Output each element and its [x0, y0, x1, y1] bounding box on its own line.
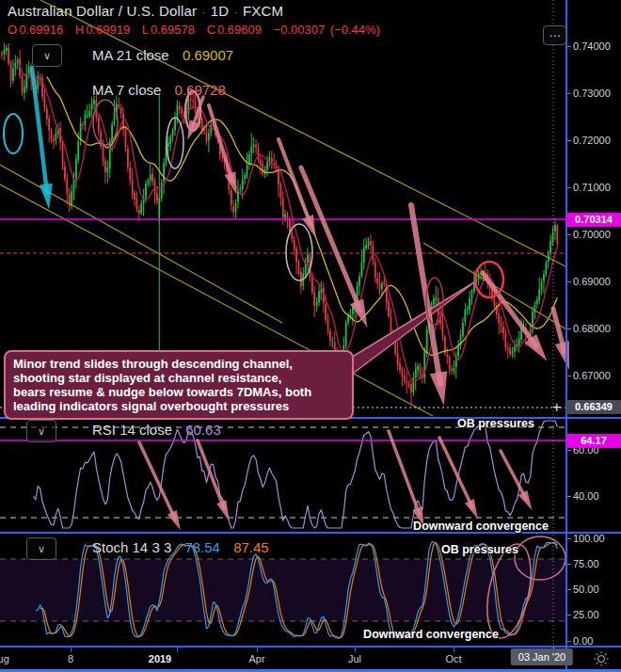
price-axis-label: 0.71000: [573, 181, 611, 194]
chevron-glyph: ∨: [43, 50, 51, 62]
change-value: −0.00307: [274, 23, 326, 37]
panel-divider[interactable]: [0, 646, 621, 648]
low-label: L: [142, 23, 149, 37]
ellipsis-icon: ⋯: [549, 29, 561, 42]
rsi-axis-label: 40.00: [573, 489, 599, 503]
price-axis-label: 0.73000: [573, 87, 611, 100]
stoch-axis-label: 25.00: [573, 608, 599, 621]
annotation-arrow[interactable]: [167, 510, 181, 530]
stoch-axis-label: 0.00: [573, 634, 593, 648]
stoch-k-value: 78.54: [184, 539, 220, 555]
title-separator: ·: [201, 5, 206, 19]
ma21-label: MA 21 close: [92, 47, 169, 63]
annotation-arrow[interactable]: [198, 440, 224, 508]
resistance-price-label: 0.70314: [566, 213, 621, 227]
stoch-axis-label: 100.00: [573, 532, 605, 545]
more-options-button[interactable]: ⋯: [543, 25, 566, 45]
exchange-label: FXCM: [243, 3, 283, 19]
annotation-arrow[interactable]: [518, 490, 533, 510]
price-scale-divider[interactable]: [565, 0, 567, 669]
stoch-label: Stoch 14 3 3: [92, 539, 171, 555]
symbol-name: Australian Dollar / U.S. Dollar: [8, 3, 197, 19]
chevron-down-icon[interactable]: ∨: [26, 537, 56, 560]
price-axis-label: 0.67000: [573, 369, 611, 382]
ma7-label: MA 7 close: [92, 82, 161, 98]
open-label: O: [8, 23, 17, 37]
annotation-note[interactable]: Minor trend slides through descending ch…: [4, 350, 354, 420]
stoch-axis-label: 75.00: [573, 557, 599, 570]
rsi-legend[interactable]: RSI 14 close 60.63: [92, 422, 221, 438]
chevron-glyph: ∨: [38, 425, 45, 438]
annotation-arrow[interactable]: [389, 431, 420, 515]
price-axis-label: 0.74000: [573, 40, 611, 53]
ma21-legend[interactable]: MA 21 close 0.69007: [92, 47, 233, 63]
trading-chart-window: Australian Dollar / U.S. Dollar·1D·FXCM …: [0, 0, 621, 672]
theme-sun-icon[interactable]: [593, 650, 610, 667]
annotation-arrow[interactable]: [439, 438, 472, 507]
crosshair-plus-icon: +: [552, 399, 561, 416]
stoch-legend[interactable]: Stoch 14 3 3 78.54 87.45: [92, 539, 269, 555]
annotation-arrow[interactable]: [430, 371, 447, 406]
rsi-label: RSI 14 close: [92, 422, 172, 438]
stoch-axis-label: 50.00: [573, 583, 599, 596]
rsi-downward-convergence-text: Downward convergence: [413, 520, 549, 533]
channel-trendline[interactable]: [40, 0, 567, 267]
annotation-arrow[interactable]: [465, 499, 478, 519]
low-value: 0.69578: [151, 23, 195, 37]
current-date-label: 03 Jan '20: [511, 648, 573, 665]
high-value: 0.69919: [86, 23, 130, 37]
annotation-arrow[interactable]: [209, 105, 232, 181]
ma7-legend[interactable]: MA 7 close 0.69728: [92, 82, 226, 98]
support-price-label: 0.66349: [566, 400, 621, 414]
annotation-arrow[interactable]: [301, 168, 360, 311]
close-value: 0.69609: [217, 23, 262, 37]
open-value: 0.69916: [19, 23, 63, 37]
stoch-ob-pressures-text: OB pressures: [441, 543, 518, 556]
annotation-ellipse[interactable]: [4, 114, 23, 153]
rsi-alert-label: 64.17: [566, 434, 621, 448]
annotation-arrow[interactable]: [40, 184, 53, 210]
note-callout-tail[interactable]: [346, 282, 474, 378]
stoch-downward-convergence-text: Downward convergence: [363, 628, 499, 641]
price-axis-label: 0.72000: [573, 134, 611, 147]
annotation-arrow[interactable]: [216, 500, 229, 520]
chevron-down-icon[interactable]: ∨: [26, 420, 56, 442]
ohlc-row: O0.69916 H0.69919 L0.69578 C0.69609 −0.0…: [8, 23, 382, 37]
price-axis-label: 0.68000: [573, 322, 611, 335]
ma7-value: 0.69728: [175, 82, 226, 98]
interval-label[interactable]: 1D: [211, 3, 230, 19]
symbol-title[interactable]: Australian Dollar / U.S. Dollar·1D·FXCM: [8, 3, 283, 19]
rsi-value: 60.63: [185, 422, 221, 438]
chevron-down-icon[interactable]: ∨: [32, 44, 62, 67]
stoch-d-value: 87.45: [233, 539, 269, 555]
close-label: C: [207, 23, 215, 37]
chart-canvas[interactable]: [0, 0, 621, 672]
change-percent: (−0.44%): [330, 23, 380, 37]
title-separator: ·: [233, 5, 238, 19]
chevron-glyph: ∨: [38, 543, 45, 555]
price-axis-label: 0.70000: [573, 228, 611, 241]
rsi-ob-pressures-text: OB pressures: [457, 417, 534, 430]
high-label: H: [75, 23, 84, 37]
annotation-arrow[interactable]: [139, 442, 175, 519]
price-axis-label: 0.69000: [573, 275, 611, 288]
ma21-value: 0.69007: [183, 47, 233, 63]
